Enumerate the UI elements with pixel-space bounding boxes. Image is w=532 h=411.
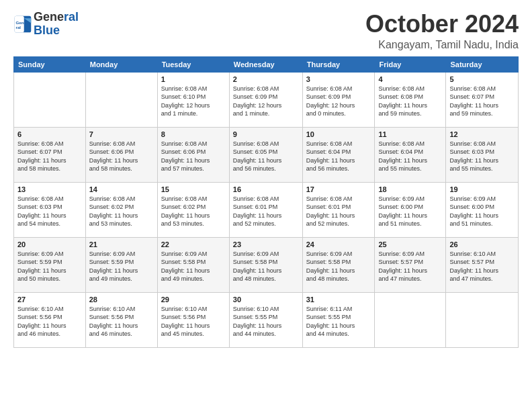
day-info: Sunrise: 6:10 AM Sunset: 5:56 PM Dayligh… bbox=[17, 305, 82, 338]
day-cell: 24Sunrise: 6:09 AM Sunset: 5:58 PM Dayli… bbox=[302, 237, 375, 292]
day-info: Sunrise: 6:08 AM Sunset: 6:03 PM Dayligh… bbox=[17, 195, 82, 228]
day-cell: 16Sunrise: 6:08 AM Sunset: 6:01 PM Dayli… bbox=[229, 182, 302, 237]
day-info: Sunrise: 6:10 AM Sunset: 5:56 PM Dayligh… bbox=[161, 305, 226, 338]
day-number: 14 bbox=[89, 185, 154, 193]
day-info: Sunrise: 6:08 AM Sunset: 6:02 PM Dayligh… bbox=[89, 195, 154, 228]
logo: Gene- ral General Blue bbox=[13, 11, 79, 38]
calendar-title: October 2024 bbox=[365, 11, 519, 38]
day-number: 13 bbox=[17, 185, 82, 193]
day-info: Sunrise: 6:09 AM Sunset: 5:59 PM Dayligh… bbox=[89, 250, 154, 283]
day-cell: 17Sunrise: 6:08 AM Sunset: 6:01 PM Dayli… bbox=[302, 182, 375, 237]
day-cell: 11Sunrise: 6:08 AM Sunset: 6:04 PM Dayli… bbox=[375, 127, 446, 182]
col-header-friday: Friday bbox=[375, 56, 446, 72]
day-cell: 1Sunrise: 6:08 AM Sunset: 6:10 PM Daylig… bbox=[157, 72, 229, 127]
day-cell: 19Sunrise: 6:09 AM Sunset: 6:00 PM Dayli… bbox=[446, 182, 519, 237]
day-cell: 21Sunrise: 6:09 AM Sunset: 5:59 PM Dayli… bbox=[85, 237, 157, 292]
logo-text: General Blue bbox=[34, 11, 79, 38]
day-info: Sunrise: 6:08 AM Sunset: 6:04 PM Dayligh… bbox=[306, 140, 371, 173]
day-cell bbox=[85, 72, 157, 127]
day-info: Sunrise: 6:08 AM Sunset: 6:04 PM Dayligh… bbox=[378, 140, 442, 173]
day-info: Sunrise: 6:09 AM Sunset: 5:58 PM Dayligh… bbox=[233, 250, 299, 283]
day-cell: 7Sunrise: 6:08 AM Sunset: 6:06 PM Daylig… bbox=[85, 127, 157, 182]
day-number: 17 bbox=[306, 185, 371, 193]
day-cell: 28Sunrise: 6:10 AM Sunset: 5:56 PM Dayli… bbox=[85, 292, 157, 347]
day-number: 11 bbox=[378, 130, 442, 138]
day-info: Sunrise: 6:08 AM Sunset: 6:08 PM Dayligh… bbox=[378, 85, 442, 118]
title-block: October 2024 Kangayam, Tamil Nadu, India bbox=[365, 11, 519, 51]
day-info: Sunrise: 6:08 AM Sunset: 6:03 PM Dayligh… bbox=[449, 140, 515, 173]
day-info: Sunrise: 6:11 AM Sunset: 5:55 PM Dayligh… bbox=[306, 305, 371, 338]
day-number: 9 bbox=[233, 130, 299, 138]
day-cell: 3Sunrise: 6:08 AM Sunset: 6:09 PM Daylig… bbox=[302, 72, 375, 127]
day-info: Sunrise: 6:08 AM Sunset: 6:01 PM Dayligh… bbox=[306, 195, 371, 228]
day-cell bbox=[375, 292, 446, 347]
day-number: 1 bbox=[161, 75, 226, 83]
day-number: 12 bbox=[449, 130, 515, 138]
day-number: 23 bbox=[233, 240, 299, 248]
col-header-wednesday: Wednesday bbox=[229, 56, 302, 72]
day-number: 27 bbox=[17, 295, 82, 304]
day-cell: 13Sunrise: 6:08 AM Sunset: 6:03 PM Dayli… bbox=[14, 182, 86, 237]
day-info: Sunrise: 6:10 AM Sunset: 5:56 PM Dayligh… bbox=[89, 305, 154, 338]
day-info: Sunrise: 6:08 AM Sunset: 6:05 PM Dayligh… bbox=[233, 140, 299, 173]
day-info: Sunrise: 6:09 AM Sunset: 6:00 PM Dayligh… bbox=[449, 195, 515, 228]
day-number: 10 bbox=[306, 130, 371, 138]
day-number: 8 bbox=[161, 130, 226, 138]
day-cell: 18Sunrise: 6:09 AM Sunset: 6:00 PM Dayli… bbox=[375, 182, 446, 237]
day-info: Sunrise: 6:09 AM Sunset: 5:58 PM Dayligh… bbox=[306, 250, 371, 283]
day-number: 30 bbox=[233, 295, 299, 304]
day-cell: 25Sunrise: 6:09 AM Sunset: 5:57 PM Dayli… bbox=[375, 237, 446, 292]
week-row-5: 27Sunrise: 6:10 AM Sunset: 5:56 PM Dayli… bbox=[14, 292, 519, 347]
calendar-table: SundayMondayTuesdayWednesdayThursdayFrid… bbox=[13, 56, 519, 348]
day-number: 2 bbox=[233, 75, 299, 83]
header-row: SundayMondayTuesdayWednesdayThursdayFrid… bbox=[14, 56, 519, 72]
day-cell bbox=[446, 292, 519, 347]
day-number: 28 bbox=[89, 295, 154, 304]
day-info: Sunrise: 6:08 AM Sunset: 6:02 PM Dayligh… bbox=[161, 195, 226, 228]
day-number: 20 bbox=[17, 240, 82, 248]
day-cell: 31Sunrise: 6:11 AM Sunset: 5:55 PM Dayli… bbox=[302, 292, 375, 347]
calendar-subtitle: Kangayam, Tamil Nadu, India bbox=[365, 39, 519, 51]
day-cell: 8Sunrise: 6:08 AM Sunset: 6:06 PM Daylig… bbox=[157, 127, 229, 182]
week-row-4: 20Sunrise: 6:09 AM Sunset: 5:59 PM Dayli… bbox=[14, 237, 519, 292]
day-cell: 23Sunrise: 6:09 AM Sunset: 5:58 PM Dayli… bbox=[229, 237, 302, 292]
day-number: 25 bbox=[378, 240, 442, 248]
day-number: 31 bbox=[306, 295, 371, 304]
day-info: Sunrise: 6:08 AM Sunset: 6:07 PM Dayligh… bbox=[17, 140, 82, 173]
day-number: 29 bbox=[161, 295, 226, 304]
week-row-1: 1Sunrise: 6:08 AM Sunset: 6:10 PM Daylig… bbox=[14, 72, 519, 127]
day-number: 5 bbox=[449, 75, 515, 83]
day-cell: 26Sunrise: 6:10 AM Sunset: 5:57 PM Dayli… bbox=[446, 237, 519, 292]
day-number: 7 bbox=[89, 130, 154, 138]
day-info: Sunrise: 6:10 AM Sunset: 5:55 PM Dayligh… bbox=[233, 305, 299, 338]
day-cell: 12Sunrise: 6:08 AM Sunset: 6:03 PM Dayli… bbox=[446, 127, 519, 182]
day-info: Sunrise: 6:09 AM Sunset: 5:57 PM Dayligh… bbox=[378, 250, 442, 283]
day-info: Sunrise: 6:08 AM Sunset: 6:06 PM Dayligh… bbox=[89, 140, 154, 173]
day-number: 16 bbox=[233, 185, 299, 193]
logo-icon: Gene- ral bbox=[13, 15, 32, 34]
day-cell: 29Sunrise: 6:10 AM Sunset: 5:56 PM Dayli… bbox=[157, 292, 229, 347]
svg-text:ral: ral bbox=[16, 25, 21, 30]
day-info: Sunrise: 6:09 AM Sunset: 5:58 PM Dayligh… bbox=[161, 250, 226, 283]
day-number: 22 bbox=[161, 240, 226, 248]
day-cell: 10Sunrise: 6:08 AM Sunset: 6:04 PM Dayli… bbox=[302, 127, 375, 182]
calendar-page: Gene- ral General Blue October 2024 Kang… bbox=[0, 0, 532, 411]
header: Gene- ral General Blue October 2024 Kang… bbox=[13, 11, 519, 51]
day-info: Sunrise: 6:08 AM Sunset: 6:10 PM Dayligh… bbox=[161, 85, 226, 118]
day-cell: 15Sunrise: 6:08 AM Sunset: 6:02 PM Dayli… bbox=[157, 182, 229, 237]
day-number: 15 bbox=[161, 185, 226, 193]
day-cell: 4Sunrise: 6:08 AM Sunset: 6:08 PM Daylig… bbox=[375, 72, 446, 127]
day-number: 18 bbox=[378, 185, 442, 193]
day-number: 26 bbox=[449, 240, 515, 248]
day-number: 6 bbox=[17, 130, 82, 138]
day-number: 4 bbox=[378, 75, 442, 83]
day-info: Sunrise: 6:08 AM Sunset: 6:01 PM Dayligh… bbox=[233, 195, 299, 228]
day-number: 24 bbox=[306, 240, 371, 248]
day-cell: 20Sunrise: 6:09 AM Sunset: 5:59 PM Dayli… bbox=[14, 237, 86, 292]
day-info: Sunrise: 6:10 AM Sunset: 5:57 PM Dayligh… bbox=[449, 250, 515, 283]
svg-text:Gene-: Gene- bbox=[16, 20, 28, 25]
col-header-saturday: Saturday bbox=[446, 56, 519, 72]
day-cell: 9Sunrise: 6:08 AM Sunset: 6:05 PM Daylig… bbox=[229, 127, 302, 182]
day-info: Sunrise: 6:08 AM Sunset: 6:09 PM Dayligh… bbox=[306, 85, 371, 118]
week-row-2: 6Sunrise: 6:08 AM Sunset: 6:07 PM Daylig… bbox=[14, 127, 519, 182]
